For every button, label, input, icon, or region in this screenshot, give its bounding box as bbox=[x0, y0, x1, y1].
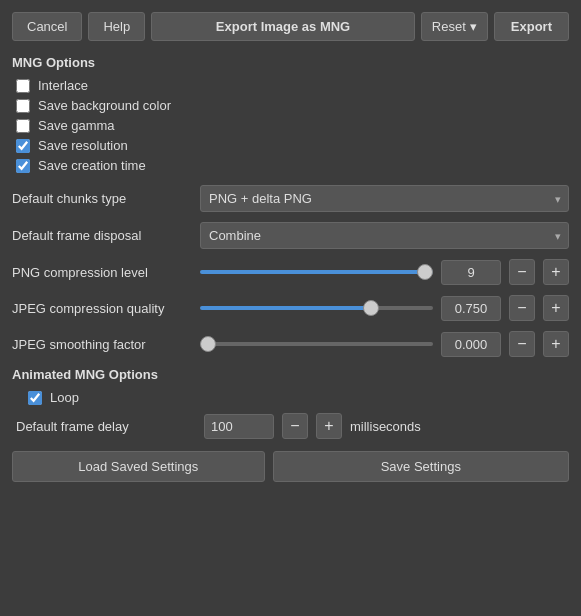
save-gamma-checkbox[interactable] bbox=[16, 119, 30, 133]
save-creation-time-checkbox[interactable] bbox=[16, 159, 30, 173]
loop-checkbox-row[interactable]: Loop bbox=[28, 390, 79, 405]
interlace-checkbox-row[interactable]: Interlace bbox=[16, 78, 569, 93]
jpeg-smoothing-slider[interactable] bbox=[200, 342, 433, 346]
save-resolution-label: Save resolution bbox=[38, 138, 128, 153]
loop-row: Loop bbox=[12, 390, 569, 405]
frame-delay-increase-button[interactable]: + bbox=[316, 413, 342, 439]
save-resolution-checkbox[interactable] bbox=[16, 139, 30, 153]
interlace-checkbox[interactable] bbox=[16, 79, 30, 93]
save-gamma-checkbox-row[interactable]: Save gamma bbox=[16, 118, 569, 133]
save-creation-time-checkbox-row[interactable]: Save creation time bbox=[16, 158, 569, 173]
png-compression-slider[interactable] bbox=[200, 270, 433, 274]
jpeg-smoothing-row: JPEG smoothing factor 0.000 − + bbox=[12, 331, 569, 357]
png-compression-increase-button[interactable]: + bbox=[543, 259, 569, 285]
jpeg-smoothing-increase-button[interactable]: + bbox=[543, 331, 569, 357]
ms-label: milliseconds bbox=[350, 419, 421, 434]
frame-delay-decrease-button[interactable]: − bbox=[282, 413, 308, 439]
loop-checkbox[interactable] bbox=[28, 391, 42, 405]
default-chunks-label: Default chunks type bbox=[12, 191, 192, 206]
jpeg-quality-increase-button[interactable]: + bbox=[543, 295, 569, 321]
animated-section: Animated MNG Options Loop Default frame … bbox=[12, 367, 569, 439]
loop-label: Loop bbox=[50, 390, 79, 405]
jpeg-quality-slider[interactable] bbox=[200, 306, 433, 310]
export-button[interactable]: Export bbox=[494, 12, 569, 41]
jpeg-quality-decrease-button[interactable]: − bbox=[509, 295, 535, 321]
jpeg-smoothing-label: JPEG smoothing factor bbox=[12, 337, 192, 352]
jpeg-quality-label: JPEG compression quality bbox=[12, 301, 192, 316]
save-bg-color-checkbox[interactable] bbox=[16, 99, 30, 113]
export-title-button[interactable]: Export Image as MNG bbox=[151, 12, 415, 41]
interlace-label: Interlace bbox=[38, 78, 88, 93]
png-compression-value: 9 bbox=[441, 260, 501, 285]
reset-button[interactable]: Reset ▾ bbox=[421, 12, 488, 41]
jpeg-smoothing-decrease-button[interactable]: − bbox=[509, 331, 535, 357]
default-frame-disposal-label: Default frame disposal bbox=[12, 228, 192, 243]
default-chunks-select[interactable]: PNG + delta PNG PNG delta PNG bbox=[200, 185, 569, 212]
png-compression-decrease-button[interactable]: − bbox=[509, 259, 535, 285]
mng-options-section: MNG Options Interlace Save background co… bbox=[12, 55, 569, 357]
save-gamma-label: Save gamma bbox=[38, 118, 115, 133]
bottom-buttons: Load Saved Settings Save Settings bbox=[12, 451, 569, 482]
mng-options-title: MNG Options bbox=[12, 55, 569, 70]
jpeg-quality-row: JPEG compression quality 0.750 − + bbox=[12, 295, 569, 321]
png-compression-row: PNG compression level 9 − + bbox=[12, 259, 569, 285]
cancel-button[interactable]: Cancel bbox=[12, 12, 82, 41]
help-button[interactable]: Help bbox=[88, 12, 145, 41]
save-bg-color-label: Save background color bbox=[38, 98, 171, 113]
toolbar: Cancel Help Export Image as MNG Reset ▾ … bbox=[12, 12, 569, 41]
frame-delay-row: Default frame delay − + milliseconds bbox=[12, 413, 569, 439]
png-compression-label: PNG compression level bbox=[12, 265, 192, 280]
animated-section-title: Animated MNG Options bbox=[12, 367, 569, 382]
save-bg-color-checkbox-row[interactable]: Save background color bbox=[16, 98, 569, 113]
frame-delay-input[interactable] bbox=[204, 414, 274, 439]
main-window: Cancel Help Export Image as MNG Reset ▾ … bbox=[0, 0, 581, 494]
default-frame-disposal-row: Default frame disposal Combine Replace B… bbox=[12, 222, 569, 249]
default-chunks-dropdown-wrapper: PNG + delta PNG PNG delta PNG ▾ bbox=[200, 185, 569, 212]
default-chunks-row: Default chunks type PNG + delta PNG PNG … bbox=[12, 185, 569, 212]
frame-delay-label: Default frame delay bbox=[16, 419, 196, 434]
load-saved-settings-button[interactable]: Load Saved Settings bbox=[12, 451, 265, 482]
save-resolution-checkbox-row[interactable]: Save resolution bbox=[16, 138, 569, 153]
save-creation-time-label: Save creation time bbox=[38, 158, 146, 173]
default-frame-disposal-dropdown-wrapper: Combine Replace Background ▾ bbox=[200, 222, 569, 249]
jpeg-quality-value: 0.750 bbox=[441, 296, 501, 321]
checkbox-group: Interlace Save background color Save gam… bbox=[12, 78, 569, 173]
default-frame-disposal-select[interactable]: Combine Replace Background bbox=[200, 222, 569, 249]
jpeg-smoothing-value: 0.000 bbox=[441, 332, 501, 357]
save-settings-button[interactable]: Save Settings bbox=[273, 451, 569, 482]
